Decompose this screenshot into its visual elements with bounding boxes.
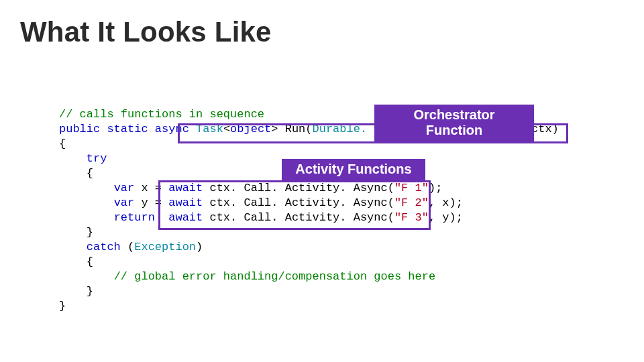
kw-async: async (155, 123, 189, 135)
brace: { (87, 167, 93, 180)
kw-await1: await (168, 182, 203, 194)
brace: { (87, 255, 93, 268)
code-comment-1: // calls functions in sequence (59, 108, 264, 121)
kw-var2: var (114, 196, 135, 209)
slide-title: What It Looks Like (20, 16, 272, 48)
kw-try: try (87, 152, 107, 165)
expr-ctx1: ctx. Call. Activity. Async (209, 182, 387, 194)
var-x: x (141, 182, 148, 194)
type-exception: Exception (134, 241, 196, 253)
kw-await3: await (168, 211, 203, 224)
callout-activity: Activity Functions (282, 159, 425, 181)
type-task: Task (196, 123, 223, 135)
str-f2: "F 2" (394, 196, 429, 209)
expr-ctx3: ctx. Call. Activity. Async (209, 211, 387, 224)
callout-orchestrator: Orchestrator Function (374, 105, 534, 142)
method-run: Run (285, 123, 306, 135)
kw-return: return (114, 211, 155, 224)
brace: } (87, 285, 93, 298)
brace: } (59, 300, 66, 312)
brace: } (87, 226, 93, 239)
expr-ctx2: ctx. Call. Activity. Async (209, 196, 387, 209)
brace: { (59, 137, 66, 150)
str-f1: "F 1" (394, 182, 429, 194)
code-comment-2: // global error handling/compensation go… (114, 270, 435, 283)
kw-static: static (107, 123, 148, 135)
kw-public: public (59, 123, 100, 135)
kw-catch: catch (87, 241, 121, 253)
kw-await2: await (168, 196, 203, 209)
slide: What It Looks Like // calls functions in… (0, 0, 644, 362)
str-f3: "F 3" (394, 211, 429, 224)
var-y: y (141, 196, 148, 209)
param-ctx: ctx (531, 123, 552, 135)
kw-object: object (230, 123, 271, 135)
kw-var1: var (114, 182, 135, 194)
